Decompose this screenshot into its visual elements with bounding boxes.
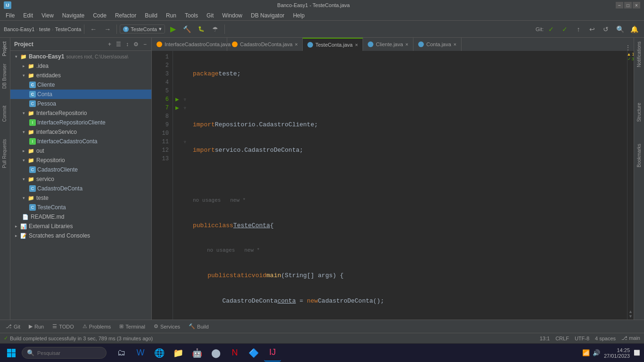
taskbar-time[interactable]: 14:25 27/01/2023 xyxy=(604,347,630,359)
cursor-position[interactable]: 13:1 xyxy=(540,336,550,341)
taskbar-edge[interactable]: 🌐 xyxy=(151,345,168,362)
tab-cadastrodeconta[interactable]: CadastroDeConta.java × xyxy=(227,38,303,51)
search-everywhere-button[interactable]: 🔍 xyxy=(614,23,626,35)
show-desktop-button[interactable]: ⬜ xyxy=(634,350,640,356)
bottom-tab-todo[interactable]: ☰ TODO xyxy=(49,322,78,331)
tab-close-cliente[interactable]: × xyxy=(405,41,408,47)
code-editor[interactable]: 1 2 3 4 5 6 7 8 9 10 11 12 13 xyxy=(152,51,634,320)
menu-help[interactable]: Help xyxy=(289,11,308,20)
close-button[interactable]: × xyxy=(633,2,640,8)
tree-item-teste[interactable]: ▾ 📁 teste xyxy=(10,193,151,203)
breadcrumb-file[interactable]: TesteConta xyxy=(55,26,82,32)
panel-tab-db-browser[interactable]: DB Browser xyxy=(0,60,9,92)
line-endings[interactable]: CRLF xyxy=(555,336,569,341)
taskbar-search-input[interactable] xyxy=(37,350,94,356)
coverage-button[interactable]: ☂ xyxy=(209,23,222,35)
start-button[interactable] xyxy=(4,346,19,361)
tree-item-idea[interactable]: ▸ 📁 .idea xyxy=(10,61,151,71)
taskbar-explorer[interactable]: 🗂 xyxy=(113,345,130,362)
bottom-tab-services[interactable]: ⚙ Services xyxy=(150,322,184,331)
panel-tab-notifications[interactable]: Notifications xyxy=(635,38,643,71)
bottom-tab-terminal[interactable]: ⊞ Terminal xyxy=(116,322,149,331)
tree-item-interfacerepositorio[interactable]: ▾ 📁 InterfaceRepositorio xyxy=(10,108,151,118)
tree-item-repositorio[interactable]: ▾ 📁 Repositorio xyxy=(10,156,151,165)
tree-item-cadastrocliente[interactable]: C CadastroCliente xyxy=(10,165,151,174)
tree-item-cliente[interactable]: C Cliente xyxy=(10,80,151,90)
run-button[interactable]: ▶ xyxy=(167,23,179,35)
panel-tab-project[interactable]: Project xyxy=(0,38,9,60)
tree-item-interfacecadastroconta[interactable]: I InterfaceCadastroConta xyxy=(10,137,151,146)
tab-cliente[interactable]: Cliente.java × xyxy=(363,38,413,51)
menu-build[interactable]: Build xyxy=(141,11,161,20)
panel-tab-pull-requests[interactable]: Pull Requests xyxy=(0,135,9,172)
taskbar-word[interactable]: W xyxy=(132,345,149,362)
tree-item-external-libraries[interactable]: ▸ 📊 External Libraries xyxy=(10,222,151,231)
scroll-down-button[interactable]: ▼ xyxy=(628,314,633,319)
build-button[interactable]: 🔨 xyxy=(181,23,193,35)
project-add-button[interactable]: + xyxy=(107,40,112,49)
menu-code[interactable]: Code xyxy=(89,11,110,20)
tree-item-pessoa[interactable]: C Pessoa xyxy=(10,99,151,108)
encoding[interactable]: UTF-8 xyxy=(575,336,589,341)
taskbar-active-app[interactable]: IJ xyxy=(264,345,281,362)
taskbar-netflix[interactable]: N xyxy=(226,345,243,362)
panel-tab-bookmarks[interactable]: Bookmarks xyxy=(635,140,643,171)
tree-item-readme[interactable]: 📄 README.md xyxy=(10,212,151,222)
taskbar-files[interactable]: 📁 xyxy=(170,345,187,362)
taskbar-chrome[interactable]: ⬤ xyxy=(207,345,224,362)
tree-item-entidades[interactable]: ▾ 📁 entidades xyxy=(10,71,151,80)
menu-git[interactable]: Git xyxy=(203,11,217,20)
tree-item-conta[interactable]: C Conta xyxy=(10,90,151,99)
panel-tab-commit[interactable]: Commit xyxy=(0,102,9,125)
menu-view[interactable]: View xyxy=(38,11,58,20)
git-push-button[interactable]: ↑ xyxy=(572,23,585,35)
forward-button[interactable]: → xyxy=(101,23,114,35)
debug-button[interactable]: 🐛 xyxy=(195,23,207,35)
minimize-button[interactable]: − xyxy=(616,2,623,8)
tree-item-interfacereposcliente[interactable]: I InterfaceRepositorioCliente xyxy=(10,118,151,127)
tab-conta[interactable]: Conta.java × xyxy=(413,38,462,51)
git-branch[interactable]: ⎇ main xyxy=(621,335,640,341)
menu-file[interactable]: File xyxy=(2,11,18,20)
bottom-tab-git[interactable]: ⎇ Git xyxy=(2,322,24,331)
indent[interactable]: 4 spaces xyxy=(595,336,616,341)
tree-item-testeconta[interactable]: C TesteConta xyxy=(10,203,151,212)
git-revert-button[interactable]: ↩ xyxy=(586,23,598,35)
title-bar-controls[interactable]: − □ × xyxy=(616,2,640,8)
run-config-dropdown[interactable]: T TesteConta ▾ xyxy=(120,25,165,33)
tab-close-conta[interactable]: × xyxy=(454,41,456,47)
taskbar-android[interactable]: 🤖 xyxy=(189,345,206,362)
tree-item-scratches[interactable]: ▸ 📝 Scratches and Consoles xyxy=(10,231,151,240)
project-list-button[interactable]: ☰ xyxy=(115,40,122,49)
project-settings-button[interactable]: ⚙ xyxy=(132,40,140,49)
menu-navigate[interactable]: Navigate xyxy=(58,11,88,20)
taskbar-intellij[interactable]: 🔷 xyxy=(245,345,262,362)
menu-run[interactable]: Run xyxy=(162,11,180,20)
taskbar-search[interactable]: 🔍 xyxy=(22,347,107,359)
tab-testeconta[interactable]: TesteConta.java × xyxy=(303,38,363,51)
bottom-tab-build[interactable]: 🔨 Build xyxy=(185,322,212,331)
menu-db-navigator[interactable]: DB Navigator xyxy=(247,11,288,20)
project-sort-button[interactable]: ↕ xyxy=(125,40,130,49)
tree-item-interfaceservico[interactable]: ▾ 📁 interfaceServico xyxy=(10,127,151,137)
git-checkmark-button[interactable]: ✓ xyxy=(545,23,557,35)
menu-tools[interactable]: Tools xyxy=(181,11,202,20)
tree-item-servico[interactable]: ▾ 📁 servico xyxy=(10,174,151,184)
maximize-button[interactable]: □ xyxy=(624,2,632,8)
tab-close-testeconta[interactable]: × xyxy=(355,42,358,48)
panel-tab-structure[interactable]: Structure xyxy=(635,99,643,126)
git-refresh-button[interactable]: ↺ xyxy=(600,23,612,35)
notification-button[interactable]: 🔔 xyxy=(628,23,640,35)
bottom-tab-problems[interactable]: ⚠ Problems xyxy=(79,322,115,331)
back-button[interactable]: ← xyxy=(87,23,99,35)
tree-item-cadastrodeconta[interactable]: C CadastroDeConta xyxy=(10,184,151,193)
tree-item-root[interactable]: ▾ 📁 Banco-Easy1 sources root, C:\Users\s… xyxy=(10,52,151,61)
code-content[interactable]: package teste; import Repositorio.Cadast… xyxy=(188,51,627,320)
project-collapse-button[interactable]: − xyxy=(142,40,148,49)
git-checkmark2-button[interactable]: ✓ xyxy=(559,23,571,35)
menu-edit[interactable]: Edit xyxy=(19,11,37,20)
menu-refactor[interactable]: Refactor xyxy=(111,11,140,20)
menu-window[interactable]: Window xyxy=(218,11,246,20)
tab-close-cadastrodeconta[interactable]: × xyxy=(295,41,297,47)
scroll-up-button[interactable]: ▲ xyxy=(628,309,633,314)
